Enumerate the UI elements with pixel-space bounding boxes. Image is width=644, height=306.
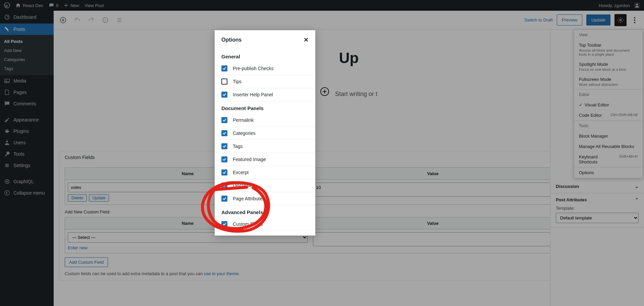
- modal-overlay[interactable]: [0, 0, 644, 11]
